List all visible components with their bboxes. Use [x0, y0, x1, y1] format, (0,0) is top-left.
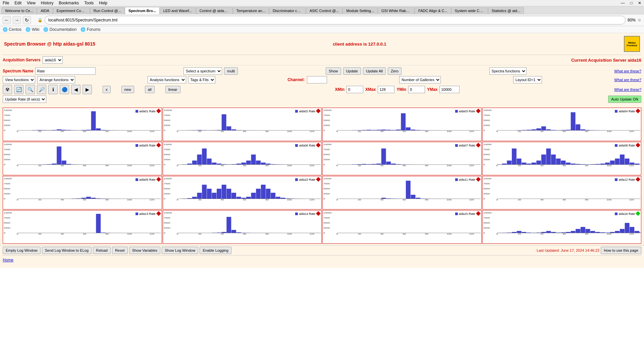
chart-cell-8[interactable]: aida09 Rate10000750050002500002040608010…: [3, 176, 162, 209]
how-use-button[interactable]: How to use this page: [601, 247, 641, 254]
enable-logging-button[interactable]: Enable Logging: [200, 247, 231, 254]
ymin-input[interactable]: [408, 86, 425, 93]
menu-history[interactable]: History: [41, 1, 53, 5]
browser-tab-3[interactable]: Run Control @...: [90, 7, 125, 14]
chart-cell-13[interactable]: aida14 Rate10000750050002500002040608010…: [163, 210, 322, 244]
what-are-these-2[interactable]: What are these?: [614, 78, 641, 82]
svg-text:80: 80: [265, 233, 269, 235]
info2-icon-btn[interactable]: 🔵: [60, 85, 69, 94]
chart-cell-0[interactable]: aida01 Rate10000750050002500002040608010…: [3, 108, 162, 141]
chart-cell-6[interactable]: aida07 Rate10000750050002500002040608010…: [322, 142, 482, 175]
chart-cell-10[interactable]: aida11 Rate10000750050002500002040608010…: [322, 176, 482, 209]
acq-server-select[interactable]: aida16: [43, 56, 63, 64]
send-log-button[interactable]: Send Log Window to ELog: [42, 247, 92, 254]
browser-tab-2[interactable]: Experiment Con...: [53, 7, 90, 14]
auto-update-button[interactable]: Auto Update ON: [608, 96, 641, 103]
show-log-window-button[interactable]: Show Log Window: [162, 247, 198, 254]
browser-tab-9[interactable]: ASIC Control @...: [306, 7, 343, 14]
ymax-input[interactable]: [439, 86, 460, 93]
update-button[interactable]: Update: [343, 67, 361, 75]
browser-tab-10[interactable]: Module Setting...: [342, 7, 378, 14]
what-are-these-1[interactable]: What are these?: [614, 69, 641, 73]
layout-id-select[interactable]: Layout ID=1: [513, 76, 542, 83]
xmax-input[interactable]: [378, 86, 394, 93]
browser-tab-8[interactable]: Discriminator co...: [269, 7, 306, 14]
browser-tab-0[interactable]: Welcome to Ce...: [1, 7, 37, 14]
view-functions-select[interactable]: View functions: [3, 76, 35, 83]
browser-tab-11[interactable]: GSI White Rabb...: [378, 7, 415, 14]
select-spectrum-dropdown[interactable]: Select a spectrum: [183, 67, 222, 75]
arrow-right-icon-btn[interactable]: ▶: [83, 85, 92, 94]
chart-cell-5[interactable]: aida06 Rate10000750050002500002040608010…: [163, 142, 322, 175]
legend-box-7: [615, 144, 618, 147]
channel-input[interactable]: [307, 76, 327, 83]
browser-tab-14[interactable]: Statistics @ aid...: [488, 7, 524, 14]
search-minus-icon-btn[interactable]: 🔎: [37, 85, 46, 94]
tags-fits-select[interactable]: Tags & Fits: [188, 76, 215, 83]
spectrum-name-input[interactable]: [35, 67, 96, 75]
bookmark-wiki[interactable]: 🌐 Wiki: [25, 27, 39, 32]
chart-cell-2[interactable]: aida03 Rate10000750050002500002040608010…: [322, 108, 482, 141]
show-variables-button[interactable]: Show Variables: [129, 247, 161, 254]
menu-help[interactable]: Help: [99, 1, 107, 5]
browser-tab-6[interactable]: Control @ aidas...: [196, 7, 233, 14]
chart-cell-4[interactable]: aida05 Rate10000750050002500002040608010…: [3, 142, 162, 175]
info-icon-btn[interactable]: ℹ: [48, 85, 58, 94]
xmin-input[interactable]: [346, 86, 363, 93]
update-all-button[interactable]: Update All: [363, 67, 386, 75]
radiation-icon-btn[interactable]: ☢: [3, 85, 12, 94]
minimize-icon[interactable]: —: [621, 1, 625, 5]
refresh-icon-btn[interactable]: 🔄: [14, 85, 23, 94]
browser-tab-12[interactable]: FADC Align & C...: [415, 7, 451, 14]
menu-view[interactable]: View: [27, 1, 36, 5]
arrow-left-icon-btn[interactable]: ◀: [71, 85, 80, 94]
arrange-functions-select[interactable]: Arrange functions: [37, 76, 75, 83]
star-icon[interactable]: ☆: [638, 18, 641, 22]
chart-cell-7[interactable]: aida08 Rate10000750050002500002040608010…: [482, 142, 642, 175]
url-bar[interactable]: [45, 16, 626, 24]
reload-button-bottom[interactable]: Reload: [93, 247, 111, 254]
browser-tab-13[interactable]: System wide Ch...: [451, 7, 488, 14]
x-button[interactable]: x: [103, 86, 111, 93]
number-of-galleries-select[interactable]: Number of Galleries: [399, 76, 441, 83]
linear-button[interactable]: linear: [165, 86, 180, 93]
chart-cell-3[interactable]: aida04 Rate10000750050002500002040608010…: [482, 108, 642, 141]
chart-cell-15[interactable]: aida16 Rate10000750050002500002040608010…: [482, 210, 642, 244]
browser-tab-5[interactable]: LED and Wavef...: [160, 7, 196, 14]
browser-tab-1[interactable]: AIDA: [37, 7, 53, 14]
chart-cell-11[interactable]: aida12 Rate10000750050002500002040608010…: [482, 176, 642, 209]
all-button[interactable]: all: [145, 86, 155, 93]
chart-cell-12[interactable]: aida13 Rate10000750050002500002040608010…: [3, 210, 162, 244]
chart-cell-1[interactable]: aida02 Rate10000750050002500002040608010…: [163, 108, 322, 141]
bookmark-documentation[interactable]: 🌐 Documentation: [43, 27, 76, 32]
home-link[interactable]: Home: [3, 258, 13, 262]
new-button[interactable]: new: [121, 86, 134, 93]
chart-cell-14[interactable]: aida15 Rate10000750050002500002040608010…: [322, 210, 482, 244]
menu-tools[interactable]: Tools: [84, 1, 94, 5]
bookmark-forums[interactable]: 🌐 Forums: [80, 27, 100, 32]
chart-cell-9[interactable]: aida10 Rate10000750050002500002040608010…: [163, 176, 322, 209]
search-plus-icon-btn[interactable]: 🔍: [25, 85, 35, 94]
what-are-these-3[interactable]: What are these?: [614, 87, 641, 92]
close-icon[interactable]: ✕: [638, 1, 641, 5]
analysis-functions-select[interactable]: Analysis functions: [148, 76, 186, 83]
zero-button[interactable]: Zero: [388, 67, 401, 75]
back-button[interactable]: ←: [3, 16, 11, 24]
bookmark-centos[interactable]: 🌐 Centos: [3, 27, 21, 32]
browser-tab-4[interactable]: Spectrum Bro...: [125, 7, 160, 14]
browser-tab-7[interactable]: Temperature an...: [233, 7, 269, 14]
forward-button[interactable]: →: [13, 16, 21, 24]
menu-file[interactable]: File: [3, 1, 9, 5]
update-rate-select[interactable]: Update Rate (8 secs): [3, 96, 46, 103]
menu-bookmarks[interactable]: Bookmarks: [59, 1, 79, 5]
reload-button[interactable]: ↻: [23, 16, 31, 24]
multi-button[interactable]: multi: [224, 67, 238, 75]
maximize-icon[interactable]: □: [630, 1, 633, 5]
svg-text:7500: 7500: [4, 148, 10, 150]
menu-edit[interactable]: Edit: [14, 1, 21, 5]
svg-text:100: 100: [606, 198, 611, 200]
empty-log-button[interactable]: Empty Log Window: [3, 247, 41, 254]
spectra-functions-select[interactable]: Spectra functions: [489, 67, 527, 75]
reset-button[interactable]: Reset: [112, 247, 128, 254]
show-button[interactable]: Show: [326, 67, 341, 75]
